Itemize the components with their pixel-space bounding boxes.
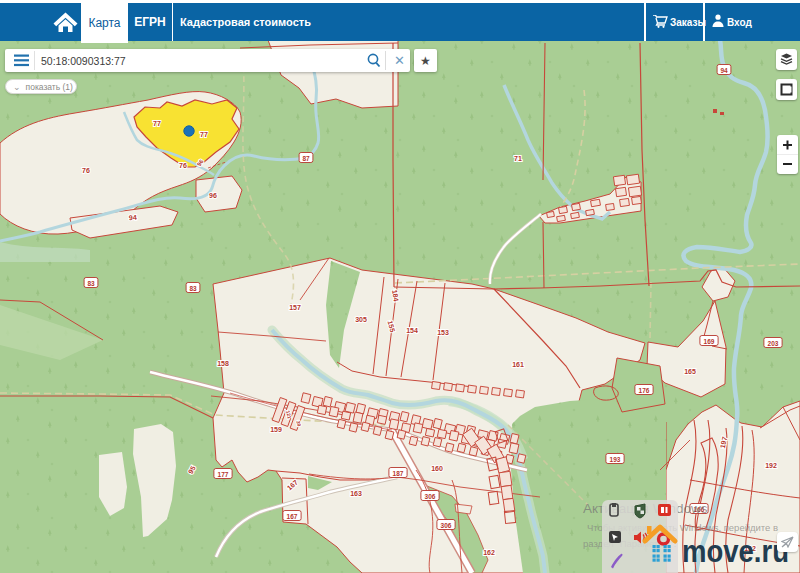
svg-text:192: 192 <box>765 462 777 469</box>
svg-text:159: 159 <box>270 426 282 433</box>
svg-text:154: 154 <box>406 327 418 334</box>
svg-text:306: 306 <box>425 493 436 500</box>
svg-text:161: 161 <box>512 361 524 368</box>
svg-text:160: 160 <box>431 465 443 472</box>
svg-text:163: 163 <box>350 490 362 497</box>
svg-text:158: 158 <box>217 360 229 367</box>
svg-text:177: 177 <box>218 471 229 478</box>
svg-text:71: 71 <box>514 155 522 162</box>
svg-text:169: 169 <box>704 338 715 345</box>
svg-text:94: 94 <box>129 214 137 222</box>
svg-text:203: 203 <box>768 340 779 347</box>
svg-text:96: 96 <box>209 192 217 199</box>
svg-text:83: 83 <box>87 280 95 287</box>
svg-text:87: 87 <box>302 155 310 162</box>
svg-text:162: 162 <box>483 549 495 556</box>
svg-text:move.ru: move.ru <box>682 533 789 569</box>
svg-text:305: 305 <box>355 316 367 323</box>
svg-text:77: 77 <box>200 131 208 138</box>
svg-text:94: 94 <box>720 67 728 74</box>
svg-text:193: 193 <box>610 456 621 463</box>
svg-text:165: 165 <box>684 368 696 375</box>
svg-text:176: 176 <box>639 387 650 394</box>
svg-text:76: 76 <box>179 162 187 169</box>
svg-text:157: 157 <box>289 304 301 311</box>
svg-text:76: 76 <box>82 167 90 174</box>
svg-text:77: 77 <box>153 120 161 127</box>
svg-text:83: 83 <box>189 285 197 292</box>
svg-text:153: 153 <box>437 329 449 336</box>
svg-text:187: 187 <box>393 470 404 477</box>
svg-text:167: 167 <box>287 513 298 520</box>
svg-text:306: 306 <box>441 522 452 529</box>
